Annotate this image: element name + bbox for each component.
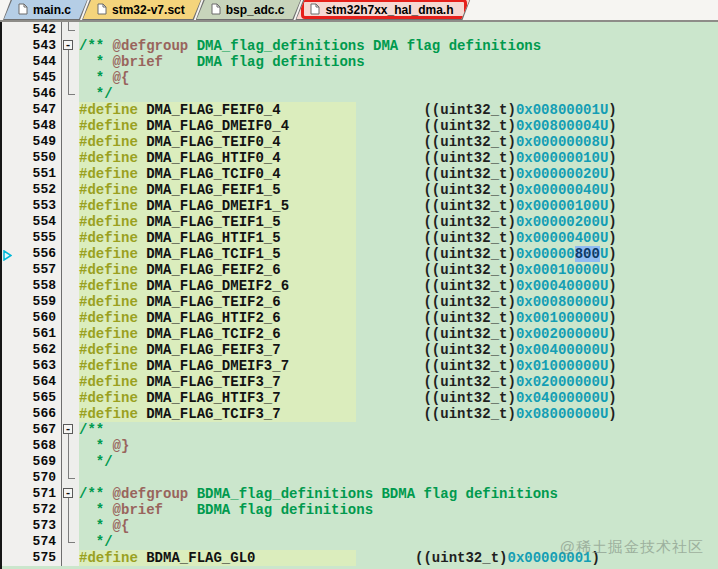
tab-label: stm32h7xx_hal_dma.h (325, 3, 453, 17)
code-token: DMA_FLAG_TCIF2_6 (146, 326, 280, 342)
code-token: 0x00080000U (516, 294, 608, 310)
code-token: 0x01000000U (516, 358, 608, 374)
code-text[interactable]: #define DMA_FLAG_TEIF1_5 ((uint32_t)0x00… (79, 214, 718, 230)
code-text[interactable]: #define DMA_FLAG_FEIF3_7 ((uint32_t)0x00… (79, 342, 718, 358)
code-text[interactable]: #define DMA_FLAG_DMEIF3_7 ((uint32_t)0x0… (79, 358, 718, 374)
code-token: 0x00000200U (516, 214, 608, 230)
code-token: ) (608, 134, 616, 150)
line-marker-margin (2, 470, 14, 486)
code-line: 550#define DMA_FLAG_HTIF0_4 ((uint32_t)0… (2, 150, 718, 166)
fold-column (61, 502, 79, 518)
code-text[interactable] (79, 22, 718, 38)
line-marker-margin (2, 342, 14, 358)
code-line: 569 */ (2, 454, 718, 470)
code-token: ((uint32_t) (289, 278, 516, 294)
code-token: ((uint32_t) (255, 550, 507, 566)
tab-stm32-v7.sct[interactable]: stm32-v7.sct (82, 0, 202, 20)
code-token: DMA_FLAG_DMEIF0_4 (146, 118, 289, 134)
code-token: DMA_FLAG_HTIF1_5 (146, 230, 280, 246)
line-number: 550 (14, 150, 61, 166)
code-line: 556#define DMA_FLAG_TCIF1_5 ((uint32_t)0… (2, 246, 718, 262)
code-text[interactable]: #define DMA_FLAG_DMEIF1_5 ((uint32_t)0x0… (79, 198, 718, 214)
code-token: @defgroup (113, 38, 189, 54)
code-text[interactable]: #define DMA_FLAG_FEIF1_5 ((uint32_t)0x00… (79, 182, 718, 198)
code-editor: @稀土掘金技术社区 542543-/** @defgroup DMA_flag_… (0, 22, 718, 569)
document-icon (310, 1, 320, 19)
fold-collapse-icon[interactable]: - (63, 424, 73, 434)
code-token: ) (608, 294, 616, 310)
code-text[interactable]: #define DMA_FLAG_TCIF0_4 ((uint32_t)0x00… (79, 166, 718, 182)
line-number: 573 (14, 518, 61, 534)
tab-main.c[interactable]: main.c (3, 0, 88, 20)
line-number: 547 (14, 102, 61, 118)
code-line: 557#define DMA_FLAG_FEIF2_6 ((uint32_t)0… (2, 262, 718, 278)
tab-label: main.c (33, 3, 71, 17)
code-token: ((uint32_t) (281, 166, 516, 182)
tab-bsp_adc.c[interactable]: bsp_adc.c (196, 0, 302, 20)
fold-column (61, 390, 79, 406)
code-token: DMA_FLAG_FEIF1_5 (146, 182, 280, 198)
code-text[interactable] (79, 470, 718, 486)
fold-column (61, 534, 79, 550)
code-text[interactable]: * @{ (79, 518, 718, 534)
line-number: 564 (14, 374, 61, 390)
code-text[interactable]: #define DMA_FLAG_DMEIF0_4 ((uint32_t)0x0… (79, 118, 718, 134)
code-text[interactable]: #define DMA_FLAG_HTIF1_5 ((uint32_t)0x00… (79, 230, 718, 246)
code-text[interactable]: #define DMA_FLAG_TEIF2_6 ((uint32_t)0x00… (79, 294, 718, 310)
code-text[interactable]: #define DMA_FLAG_HTIF3_7 ((uint32_t)0x04… (79, 390, 718, 406)
line-number: 569 (14, 454, 61, 470)
tab-stm32h7xx_hal_dma.h[interactable]: stm32h7xx_hal_dma.h (295, 0, 470, 20)
code-token: DMA flag definitions (163, 54, 365, 70)
code-token: #define (79, 310, 146, 326)
line-marker-margin (2, 86, 14, 102)
code-text[interactable]: */ (79, 86, 718, 102)
code-text[interactable]: #define DMA_FLAG_HTIF2_6 ((uint32_t)0x00… (79, 310, 718, 326)
fold-column: - (61, 486, 79, 502)
code-text[interactable]: /** @defgroup DMA_flag_definitions DMA f… (79, 38, 718, 54)
code-text[interactable]: #define DMA_FLAG_HTIF0_4 ((uint32_t)0x00… (79, 150, 718, 166)
code-token: * (79, 70, 113, 86)
code-token: ) (608, 198, 616, 214)
code-token: ) (608, 406, 616, 422)
code-text[interactable]: /** (79, 422, 718, 438)
code-token: DMA_FLAG_TCIF0_4 (146, 166, 280, 182)
line-number: 552 (14, 182, 61, 198)
code-token: ) (608, 326, 616, 342)
code-text[interactable]: * @} (79, 438, 718, 454)
line-number: 551 (14, 166, 61, 182)
code-text[interactable]: #define DMA_FLAG_FEIF0_4 ((uint32_t)0x00… (79, 102, 718, 118)
code-token: ((uint32_t) (289, 198, 516, 214)
code-text[interactable]: * @brief BDMA flag definitions (79, 502, 718, 518)
code-token: ) (608, 358, 616, 374)
code-token: 0x00000100U (516, 198, 608, 214)
code-text[interactable]: #define DMA_FLAG_FEIF2_6 ((uint32_t)0x00… (79, 262, 718, 278)
code-token: 0x00200000U (516, 326, 608, 342)
code-text[interactable]: */ (79, 454, 718, 470)
code-line: 554#define DMA_FLAG_TEIF1_5 ((uint32_t)0… (2, 214, 718, 230)
line-marker-margin (2, 326, 14, 342)
fold-column (61, 230, 79, 246)
code-line: 551#define DMA_FLAG_TCIF0_4 ((uint32_t)0… (2, 166, 718, 182)
fold-collapse-icon[interactable]: - (63, 488, 73, 498)
code-text[interactable]: #define DMA_FLAG_TEIF3_7 ((uint32_t)0x02… (79, 374, 718, 390)
code-text[interactable]: #define DMA_FLAG_DMEIF2_6 ((uint32_t)0x0… (79, 278, 718, 294)
code-text[interactable]: #define DMA_FLAG_TCIF3_7 ((uint32_t)0x08… (79, 406, 718, 422)
code-text[interactable]: #define DMA_FLAG_TCIF1_5 ((uint32_t)0x00… (79, 246, 718, 262)
code-text[interactable]: #define DMA_FLAG_TEIF0_4 ((uint32_t)0x00… (79, 134, 718, 150)
line-number: 559 (14, 294, 61, 310)
document-icon (97, 1, 107, 19)
code-line: 559#define DMA_FLAG_TEIF2_6 ((uint32_t)0… (2, 294, 718, 310)
fold-collapse-icon[interactable]: - (63, 40, 73, 50)
code-text[interactable]: #define DMA_FLAG_TCIF2_6 ((uint32_t)0x00… (79, 326, 718, 342)
code-token: */ (79, 534, 113, 550)
code-text[interactable]: * @brief DMA flag definitions (79, 54, 718, 70)
code-token: 0x00800004U (516, 118, 608, 134)
code-text[interactable]: * @{ (79, 70, 718, 86)
line-marker-margin (2, 486, 14, 502)
code-line: 549#define DMA_FLAG_TEIF0_4 ((uint32_t)0… (2, 134, 718, 150)
watermark: @稀土掘金技术社区 (560, 538, 704, 557)
code-text[interactable]: /** @defgroup BDMA_flag_definitions BDMA… (79, 486, 718, 502)
code-line: 563#define DMA_FLAG_DMEIF3_7 ((uint32_t)… (2, 358, 718, 374)
fold-column (61, 86, 79, 102)
selected-text: 800 (575, 246, 600, 262)
